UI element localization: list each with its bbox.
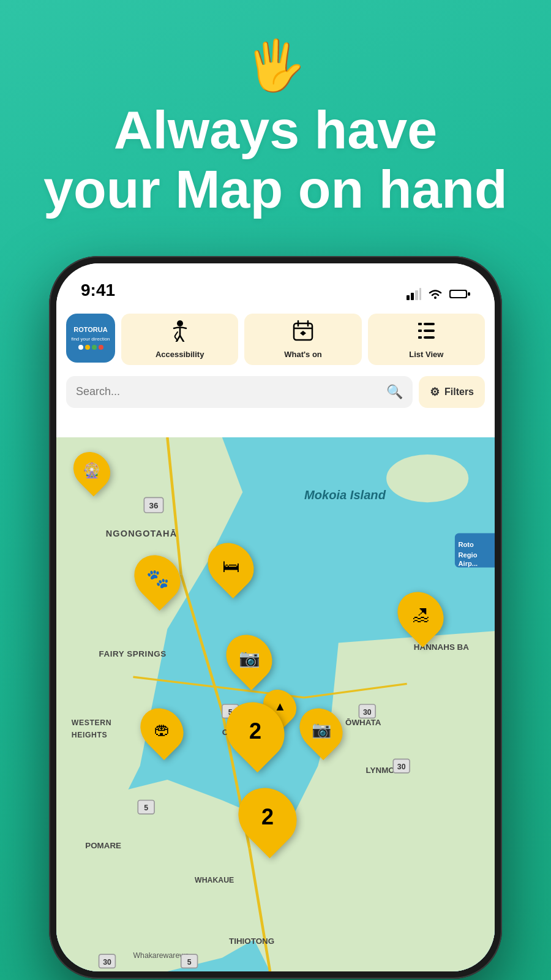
accessibility-label: Accessibility — [156, 350, 204, 359]
svg-text:POMARE: POMARE — [85, 840, 121, 850]
map-area[interactable]: Mokoia Island NGONGOTAHĀ FAIRY SPRINGS W… — [56, 437, 495, 971]
svg-rect-17 — [418, 323, 422, 325]
svg-rect-3 — [419, 288, 421, 300]
svg-text:30: 30 — [103, 957, 111, 966]
svg-text:36: 36 — [149, 501, 159, 510]
search-row: 🔍 ⚙ Filters — [56, 371, 495, 415]
pin-attraction[interactable]: 🎡 — [75, 451, 109, 490]
svg-marker-13 — [300, 331, 306, 336]
svg-text:30: 30 — [397, 763, 406, 771]
filter-icon: ⚙ — [430, 385, 440, 399]
svg-text:5: 5 — [187, 957, 192, 966]
svg-text:WHAKAUE: WHAKAUE — [195, 875, 234, 884]
hero-section: 🖐️ Always have your Map on hand — [19, 37, 532, 219]
svg-rect-1 — [411, 293, 414, 300]
svg-rect-16 — [424, 336, 435, 339]
svg-point-21 — [386, 454, 468, 502]
status-time: 9:41 — [81, 281, 115, 300]
search-box: 🔍 — [66, 376, 413, 408]
svg-point-4 — [434, 296, 437, 299]
hero-title: Always have your Map on hand — [43, 100, 508, 219]
pin-cluster-2-bottom[interactable]: 2 — [240, 786, 295, 848]
signal-icon — [407, 288, 421, 300]
svg-rect-0 — [407, 295, 410, 300]
search-input[interactable] — [76, 385, 386, 398]
svg-text:HEIGHTS: HEIGHTS — [72, 730, 108, 739]
accessibility-icon — [169, 320, 191, 346]
svg-text:TIHIOTONG: TIHIOTONG — [229, 937, 274, 946]
svg-text:Regio: Regio — [458, 551, 477, 558]
pin-cluster-2[interactable]: 2 — [228, 701, 283, 762]
list-view-label: List View — [409, 350, 443, 359]
status-icons — [407, 288, 470, 300]
status-bar: 9:41 — [56, 263, 495, 306]
svg-rect-6 — [468, 292, 470, 296]
pin-photo-2[interactable]: 📷 — [301, 707, 341, 753]
svg-text:30: 30 — [363, 707, 372, 716]
svg-point-8 — [177, 320, 183, 326]
filters-button[interactable]: ⚙ Filters — [419, 376, 485, 408]
phone-inner: 9:41 — [56, 263, 495, 971]
quick-buttons-group: Accessibility — [121, 314, 485, 365]
search-icon[interactable]: 🔍 — [386, 384, 403, 400]
whats-on-button[interactable]: What's on — [244, 314, 361, 365]
pin-stadium[interactable]: 🏟 — [142, 707, 182, 753]
list-view-icon — [415, 320, 437, 346]
svg-text:5: 5 — [144, 804, 148, 812]
phone-outer: 9:41 — [49, 256, 502, 979]
svg-text:Mokoia Island: Mokoia Island — [304, 488, 386, 501]
whats-on-label: What's on — [284, 350, 322, 359]
pin-hotel[interactable]: 🛏 — [209, 541, 252, 590]
accessibility-button[interactable]: Accessibility — [121, 314, 238, 365]
svg-rect-7 — [451, 291, 466, 297]
hero-emoji: 🖐️ — [245, 37, 306, 94]
svg-text:WESTERN: WESTERN — [72, 718, 111, 726]
svg-text:FAIRY SPRINGS: FAIRY SPRINGS — [99, 649, 167, 658]
svg-rect-14 — [424, 323, 435, 325]
filters-label: Filters — [444, 386, 474, 398]
logo-dots — [78, 345, 103, 350]
svg-rect-18 — [418, 330, 422, 332]
svg-rect-2 — [415, 290, 418, 300]
logo-text: ROTORUAfind your direction — [71, 326, 110, 342]
list-view-button[interactable]: List View — [368, 314, 485, 365]
whats-on-icon — [292, 320, 314, 346]
phone-mockup: 9:41 — [49, 256, 502, 979]
app-content: ROTORUAfind your direction — [56, 306, 495, 971]
logo-button[interactable]: ROTORUAfind your direction — [66, 314, 115, 363]
wifi-icon — [427, 288, 443, 300]
svg-rect-19 — [418, 336, 422, 339]
battery-icon — [449, 288, 470, 300]
pin-pet[interactable]: 🐾 — [136, 554, 179, 603]
pin-photo[interactable]: 📷 — [228, 633, 271, 682]
toolbar: ROTORUAfind your direction — [56, 306, 495, 371]
svg-text:Airp...: Airp... — [458, 560, 478, 567]
svg-text:Roto: Roto — [458, 540, 474, 548]
svg-text:ŌWHATA: ŌWHATA — [345, 717, 381, 726]
pin-beach[interactable]: 🏖 — [399, 590, 442, 639]
svg-rect-15 — [424, 330, 435, 332]
svg-text:NGONGOTAHĀ: NGONGOTAHĀ — [106, 529, 178, 538]
